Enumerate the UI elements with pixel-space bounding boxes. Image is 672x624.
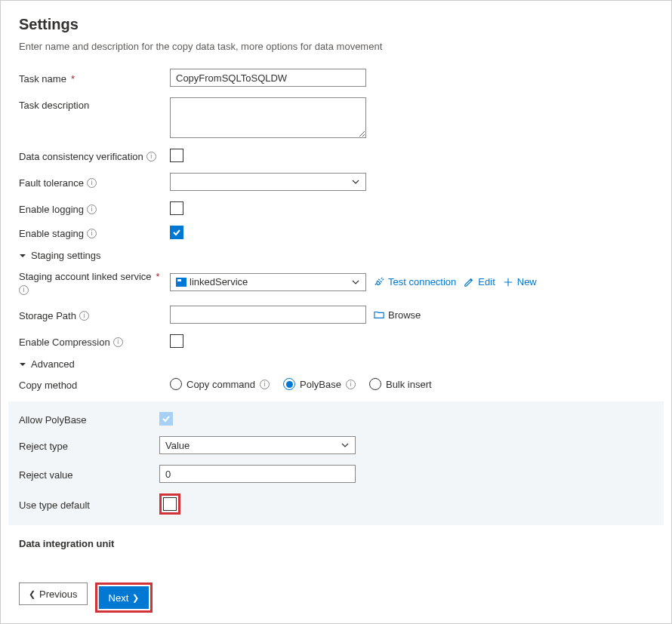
info-icon[interactable]: i <box>146 152 156 161</box>
label-enable-logging: Enable logging <box>19 204 84 215</box>
info-icon[interactable]: i <box>260 380 270 389</box>
row-copy-method: Copy method Copy command i PolyBase i Bu… <box>19 377 653 391</box>
use-type-default-highlight <box>159 493 180 515</box>
settings-page: Settings Enter name and description for … <box>0 0 672 624</box>
row-enable-logging: Enable logging i <box>19 201 653 215</box>
info-icon[interactable]: i <box>79 311 89 321</box>
label-data-integration-unit: Data integration unit <box>19 538 114 549</box>
use-type-default-checkbox[interactable] <box>163 497 177 511</box>
label-enable-compression: Enable Compression <box>19 337 110 348</box>
label-data-consistency: Data consistency verification <box>19 151 143 162</box>
storage-path-input[interactable] <box>170 306 366 324</box>
advanced-toggle[interactable]: Advanced <box>19 358 653 370</box>
next-button[interactable]: Next ❯ <box>99 586 150 609</box>
new-button[interactable]: New <box>503 276 537 287</box>
row-staging-linked-service: Staging account linked service * i linke… <box>19 269 653 295</box>
required-marker: * <box>71 73 75 85</box>
plus-icon <box>503 277 513 287</box>
info-icon[interactable]: i <box>87 229 97 238</box>
caret-down-icon <box>19 252 26 260</box>
enable-logging-checkbox[interactable] <box>170 201 183 215</box>
reject-type-select[interactable]: Value <box>159 436 356 454</box>
row-data-consistency: Data consistency verification i <box>19 149 653 162</box>
staging-settings-toggle[interactable]: Staging settings <box>19 250 653 261</box>
fault-tolerance-select[interactable] <box>170 173 366 191</box>
label-fault-tolerance: Fault tolerance <box>19 177 84 189</box>
test-connection-button[interactable]: Test connection <box>374 276 456 287</box>
row-enable-staging: Enable staging i <box>19 226 653 239</box>
task-name-input[interactable] <box>170 69 366 87</box>
info-icon[interactable]: i <box>346 380 356 389</box>
row-task-description: Task description <box>19 97 653 138</box>
info-icon[interactable]: i <box>87 204 97 214</box>
polybase-radio[interactable] <box>283 378 295 390</box>
previous-button[interactable]: ❮ Previous <box>19 583 88 605</box>
copy-command-radio[interactable] <box>170 378 182 390</box>
copy-method-radio-group: Copy command i PolyBase i Bulk insert <box>170 378 432 390</box>
reject-value-input[interactable] <box>159 465 356 483</box>
footer: ❮ Previous Next ❯ <box>19 577 653 613</box>
page-subtitle: Enter name and description for the copy … <box>19 41 653 52</box>
next-button-highlight: Next ❯ <box>95 583 153 613</box>
pencil-icon <box>464 277 474 287</box>
bulk-insert-label: Bulk insert <box>386 379 432 390</box>
caret-down-icon <box>19 361 26 368</box>
info-icon[interactable]: i <box>19 285 29 295</box>
label-staging-linked-service: Staging account linked service <box>19 271 152 282</box>
service-icon <box>176 278 186 287</box>
label-use-type-default: Use type default <box>19 500 90 511</box>
reject-type-value: Value <box>165 440 190 451</box>
chevron-left-icon: ❮ <box>29 589 35 599</box>
label-reject-value: Reject value <box>19 469 73 481</box>
page-title: Settings <box>19 16 653 33</box>
label-staging-settings: Staging settings <box>31 250 101 261</box>
task-description-input[interactable] <box>170 97 366 138</box>
polybase-panel: Allow PolyBase Reject type Value Reject <box>8 401 664 525</box>
enable-staging-checkbox[interactable] <box>170 226 183 239</box>
label-task-name: Task name <box>19 73 66 85</box>
edit-button[interactable]: Edit <box>464 276 495 287</box>
label-copy-method: Copy method <box>19 380 77 391</box>
plug-icon <box>374 277 384 287</box>
enable-compression-checkbox[interactable] <box>170 334 183 348</box>
label-reject-type: Reject type <box>19 441 68 452</box>
row-task-name: Task name * <box>19 69 653 87</box>
label-allow-polybase: Allow PolyBase <box>19 414 87 426</box>
allow-polybase-checkbox <box>159 412 173 426</box>
info-icon[interactable]: i <box>87 178 97 188</box>
row-fault-tolerance: Fault tolerance i <box>19 173 653 191</box>
label-task-description: Task description <box>19 100 89 111</box>
row-storage-path: Storage Path i Browse <box>19 306 653 324</box>
info-icon[interactable]: i <box>113 337 123 347</box>
chevron-down-icon <box>351 278 360 287</box>
browse-button[interactable]: Browse <box>374 309 421 321</box>
data-consistency-checkbox[interactable] <box>170 149 183 162</box>
staging-linked-service-select[interactable]: linkedService <box>170 273 366 291</box>
staging-linked-service-value: linkedService <box>190 276 248 287</box>
row-enable-compression: Enable Compression i <box>19 334 653 348</box>
label-enable-staging: Enable staging <box>19 228 84 239</box>
required-marker: * <box>156 271 160 282</box>
chevron-right-icon: ❯ <box>132 593 139 603</box>
label-advanced: Advanced <box>31 358 75 370</box>
chevron-down-icon <box>351 177 360 186</box>
bulk-insert-radio[interactable] <box>369 378 381 390</box>
copy-command-label: Copy command <box>186 379 255 390</box>
chevron-down-icon <box>341 441 350 450</box>
polybase-label: PolyBase <box>300 379 341 390</box>
folder-icon <box>374 309 384 320</box>
row-data-integration-unit: Data integration unit <box>19 536 653 549</box>
label-storage-path: Storage Path <box>19 310 76 321</box>
